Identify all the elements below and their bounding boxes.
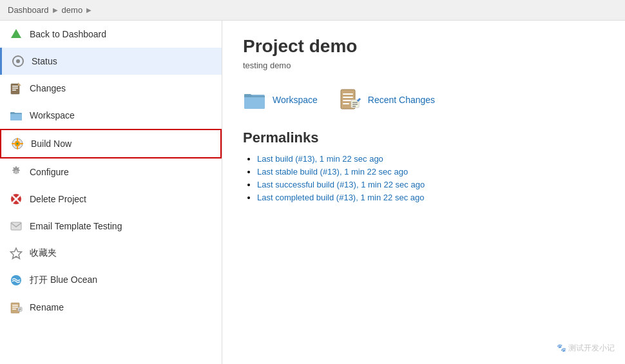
sidebar-item-back-to-dashboard[interactable]: Back to Dashboard [0, 21, 222, 48]
sidebar-item-blue-ocean[interactable]: 打开 Blue Ocean [0, 267, 222, 294]
ocean-icon [9, 273, 23, 287]
sidebar-item-changes[interactable]: Changes [0, 75, 222, 102]
sidebar-item-email-template[interactable]: Email Template Testing [0, 213, 222, 240]
svg-rect-10 [10, 114, 22, 120]
sidebar-item-status[interactable]: Status [0, 48, 222, 75]
last-build-link[interactable]: Last build (#13), 1 min 22 sec ago [257, 154, 383, 164]
svg-rect-25 [12, 309, 16, 310]
permalink-list: Last build (#13), 1 min 22 sec ago Last … [243, 154, 604, 202]
workspace-link-label: Workspace [273, 95, 318, 105]
watermark: 🐾 测试开发小记 [557, 343, 615, 354]
shortcut-links: Workspace [243, 88, 604, 111]
svg-rect-5 [12, 88, 18, 89]
svg-rect-24 [12, 307, 18, 308]
svg-rect-6 [12, 90, 16, 91]
list-item: Last completed build (#13), 1 min 22 sec… [257, 193, 604, 202]
sidebar-item-favorites[interactable]: 收藏夹 [0, 240, 222, 267]
recent-changes-link-label: Recent Changes [368, 95, 435, 105]
list-item: Last stable build (#13), 1 min 22 sec ag… [257, 167, 604, 177]
rename-icon [9, 300, 23, 314]
status-icon [11, 54, 25, 68]
sidebar-label-favorites: 收藏夹 [30, 247, 57, 259]
folder-icon [243, 88, 266, 111]
sidebar-item-workspace[interactable]: Workspace [0, 102, 222, 129]
sidebar-label-changes: Changes [30, 83, 66, 93]
configure-icon [9, 165, 23, 179]
svg-rect-23 [12, 305, 18, 306]
changes-icon [9, 81, 23, 95]
notepad-icon [338, 88, 361, 111]
sidebar-label-blue-ocean: 打开 Blue Ocean [30, 274, 97, 286]
sidebar-label-delete: Delete Project [30, 194, 86, 204]
sidebar-item-build-now[interactable]: Build Now [0, 129, 222, 158]
workspace-icon [9, 108, 23, 122]
list-item: Last build (#13), 1 min 22 sec ago [257, 154, 604, 164]
svg-rect-34 [343, 97, 353, 98]
delete-icon [9, 192, 23, 206]
svg-marker-7 [18, 82, 21, 86]
arrow-up-icon [9, 27, 23, 41]
svg-rect-4 [12, 86, 18, 87]
recent-changes-shortcut-link[interactable]: Recent Changes [338, 88, 435, 111]
svg-rect-19 [11, 222, 21, 230]
project-description: testing demo [243, 61, 604, 70]
last-completed-link[interactable]: Last completed build (#13), 1 min 22 sec… [257, 193, 424, 202]
sidebar-item-configure[interactable]: Configure [0, 158, 222, 186]
breadcrumb-arrow-1: ▶ [53, 6, 58, 14]
list-item: Last successful build (#13), 1 min 22 se… [257, 180, 604, 189]
sidebar: Back to Dashboard Status [0, 21, 222, 364]
svg-rect-31 [244, 97, 265, 109]
watermark-text: 🐾 测试开发小记 [557, 343, 615, 352]
svg-point-15 [15, 171, 17, 173]
project-title: Project demo [243, 36, 604, 57]
sidebar-item-delete-project[interactable]: Delete Project [0, 186, 222, 213]
breadcrumb-demo[interactable]: demo [62, 5, 83, 15]
sidebar-label-rename: Rename [30, 302, 64, 312]
permalinks-title: Permalinks [243, 129, 604, 146]
sidebar-label-email: Email Template Testing [30, 221, 122, 231]
last-successful-link[interactable]: Last successful build (#13), 1 min 22 se… [257, 180, 425, 189]
workspace-shortcut-link[interactable]: Workspace [243, 88, 318, 111]
last-stable-link[interactable]: Last stable build (#13), 1 min 22 sec ag… [257, 167, 408, 177]
svg-rect-36 [343, 103, 349, 104]
svg-marker-20 [11, 248, 22, 259]
breadcrumb-arrow-2: ▶ [86, 6, 91, 14]
svg-line-42 [357, 101, 358, 101]
build-icon [10, 137, 24, 151]
svg-rect-33 [343, 93, 353, 95]
sidebar-label-configure: Configure [30, 167, 69, 177]
star-icon [9, 246, 23, 260]
sidebar-label-build-now: Build Now [31, 139, 72, 149]
breadcrumb-dashboard[interactable]: Dashboard [8, 5, 49, 15]
breadcrumb-bar: Dashboard ▶ demo ▶ [0, 0, 625, 21]
svg-marker-0 [11, 29, 21, 38]
main-layout: Back to Dashboard Status [0, 21, 625, 364]
sidebar-label-status: Status [32, 56, 57, 66]
svg-point-2 [16, 59, 20, 63]
email-icon [9, 219, 23, 233]
main-content: Project demo testing demo Workspace [222, 21, 625, 364]
sidebar-item-rename[interactable]: Rename [0, 294, 222, 321]
sidebar-label-back: Back to Dashboard [30, 29, 106, 39]
sidebar-label-workspace: Workspace [30, 110, 75, 120]
